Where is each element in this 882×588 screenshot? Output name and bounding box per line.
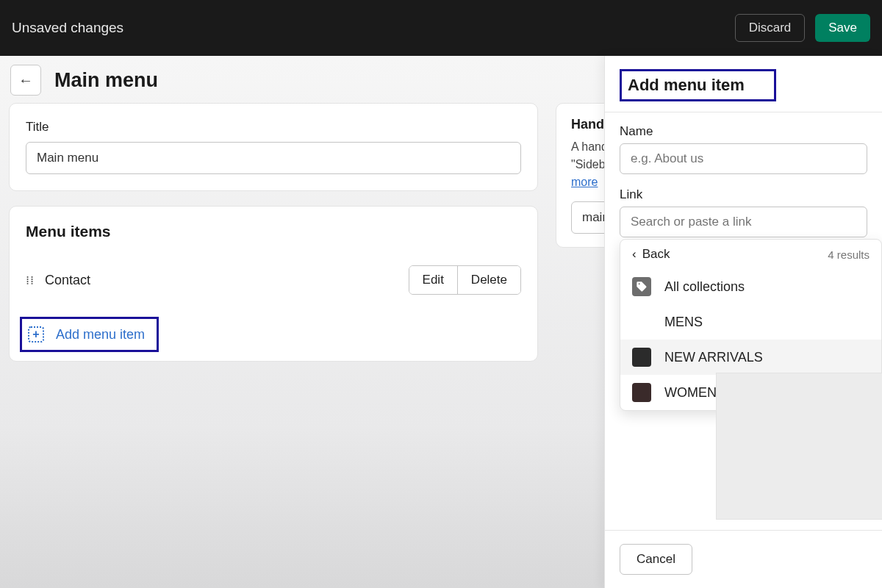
preview-placeholder — [716, 373, 882, 520]
link-option-label: MENS — [664, 315, 703, 330]
link-option-label: NEW ARRIVALS — [664, 350, 763, 365]
link-option-new-arrivals[interactable]: NEW ARRIVALS — [620, 340, 881, 375]
discard-button[interactable]: Discard — [735, 14, 806, 42]
save-button[interactable]: Save — [815, 14, 870, 42]
popover-back-label: Back — [642, 247, 670, 262]
drag-handle-icon[interactable]: ⁞⁞ — [26, 273, 35, 287]
drawer-title-highlight: Add menu item — [620, 69, 776, 101]
popover-back-button[interactable]: ‹ Back — [632, 247, 670, 262]
topbar: Unsaved changes Discard Save — [0, 0, 882, 56]
link-option-all-collections[interactable]: All collections — [620, 269, 881, 304]
menu-item-row: ⁞⁞ Contact Edit Delete — [26, 261, 521, 299]
page-title: Main menu — [54, 69, 158, 92]
link-option-label: All collections — [664, 279, 745, 295]
title-input[interactable] — [26, 142, 521, 174]
title-card: Title — [9, 103, 538, 191]
unsaved-changes-status: Unsaved changes — [12, 20, 735, 36]
plus-dashed-icon: + — [28, 326, 44, 343]
drawer-title: Add menu item — [628, 76, 745, 94]
edit-button[interactable]: Edit — [409, 266, 457, 294]
collection-thumb — [632, 348, 651, 367]
link-option-mens[interactable]: MENS — [620, 304, 881, 340]
row-actions: Edit Delete — [409, 265, 521, 295]
title-label: Title — [26, 120, 521, 135]
name-label: Name — [620, 124, 867, 139]
back-button[interactable]: ← — [10, 65, 41, 96]
results-count: 4 results — [828, 248, 870, 261]
collection-thumb — [632, 383, 651, 402]
cancel-button[interactable]: Cancel — [620, 544, 692, 575]
collection-thumb — [632, 312, 651, 331]
menu-item-label: Contact — [45, 273, 409, 288]
add-menu-item-label: Add menu item — [56, 327, 145, 343]
drawer-footer: Cancel — [605, 530, 882, 588]
link-input[interactable] — [620, 207, 867, 237]
menu-items-heading: Menu items — [26, 223, 521, 240]
link-label: Link — [620, 187, 867, 202]
delete-button[interactable]: Delete — [457, 266, 520, 294]
menu-items-card: Menu items ⁞⁞ Contact Edit Delete + Add … — [9, 206, 538, 362]
name-input[interactable] — [620, 143, 867, 174]
arrow-left-icon: ← — [18, 72, 33, 89]
chevron-left-icon: ‹ — [632, 247, 637, 262]
tag-icon — [632, 277, 651, 296]
add-menu-item-drawer: Add menu item Name Link ‹ Back 4 results — [604, 56, 882, 588]
add-menu-item-button[interactable]: + Add menu item — [20, 317, 159, 352]
